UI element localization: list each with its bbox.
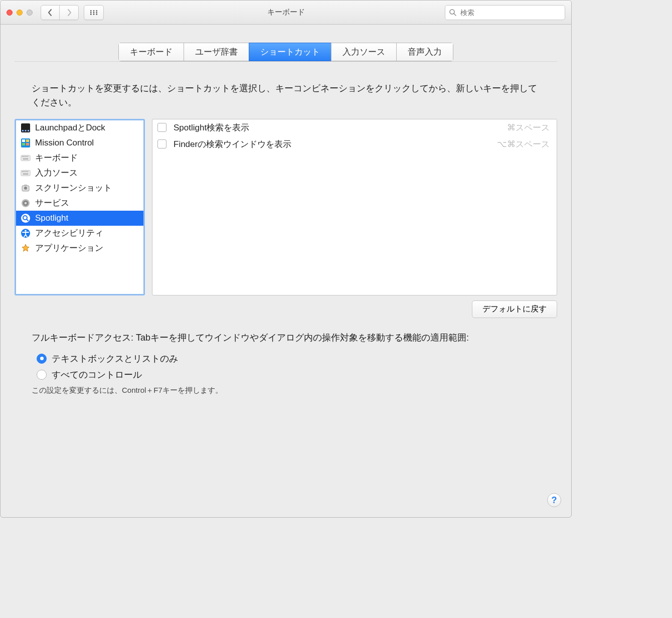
- svg-rect-36: [24, 185, 27, 186]
- svg-point-2: [96, 10, 97, 12]
- keyboard-icon: [20, 152, 31, 164]
- svg-point-40: [21, 214, 30, 223]
- shortcut-row[interactable]: Finderの検索ウインドウを表示⌥⌘スペース: [152, 136, 557, 152]
- full-keyboard-access-hint: この設定を変更するには、Control＋F7キーを押します。: [32, 386, 540, 395]
- help-button[interactable]: ?: [547, 493, 561, 507]
- radio-button-icon: [37, 354, 47, 364]
- show-all-button[interactable]: [84, 5, 104, 20]
- launchpad-icon: [20, 122, 31, 133]
- svg-rect-33: [23, 174, 29, 175]
- svg-rect-23: [25, 156, 26, 157]
- category-label: LaunchpadとDock: [35, 122, 105, 133]
- tab-0[interactable]: キーボード: [118, 43, 184, 61]
- shortcut-label: Finderの検索ウインドウを表示: [174, 138, 490, 150]
- svg-rect-19: [26, 143, 29, 145]
- category-label: スクリーンショット: [35, 182, 112, 194]
- category-item[interactable]: アプリケーション: [16, 241, 143, 256]
- category-label: キーボード: [35, 152, 78, 164]
- tab-4[interactable]: 音声入力: [396, 43, 453, 61]
- grid-icon: [90, 10, 98, 16]
- forward-button[interactable]: [60, 5, 79, 20]
- svg-rect-20: [21, 155, 30, 161]
- svg-rect-31: [26, 171, 27, 172]
- svg-rect-13: [25, 130, 27, 131]
- category-label: Spotlight: [35, 213, 68, 223]
- minimize-window-button[interactable]: [17, 10, 23, 16]
- svg-rect-27: [21, 170, 30, 176]
- full-keyboard-access-radios: テキストボックスとリストのみ すべてのコントロール: [37, 353, 540, 381]
- svg-rect-26: [23, 159, 29, 160]
- svg-rect-32: [28, 171, 29, 172]
- svg-point-6: [90, 14, 92, 15]
- columns: LaunchpadとDockMission Controlキーボード入力ソースス…: [15, 119, 557, 295]
- chevron-right-icon: [67, 9, 72, 17]
- svg-point-5: [96, 12, 97, 13]
- radio-label: テキストボックスとリストのみ: [52, 353, 178, 365]
- svg-point-35: [24, 187, 27, 190]
- category-label: サービス: [35, 197, 69, 209]
- shortcut-checkbox[interactable]: [157, 139, 166, 148]
- radio-all-controls[interactable]: すべてのコントロール: [37, 369, 540, 381]
- svg-rect-12: [22, 130, 24, 131]
- category-item[interactable]: キーボード: [16, 150, 143, 166]
- svg-point-3: [90, 12, 92, 13]
- svg-point-7: [93, 14, 95, 15]
- titlebar: キーボード: [1, 1, 571, 25]
- restore-defaults-button[interactable]: デフォルトに戻す: [472, 300, 557, 318]
- category-item[interactable]: LaunchpadとDock: [16, 120, 143, 135]
- category-item[interactable]: スクリーンショット: [16, 181, 143, 196]
- appstore-icon: [20, 243, 31, 254]
- category-item[interactable]: Mission Control: [16, 135, 143, 150]
- shortcut-pane: ショートカットを変更するには、ショートカットを選択し、キーコンビネーションをクリ…: [15, 61, 557, 395]
- svg-rect-18: [22, 143, 25, 145]
- tab-3[interactable]: 入力ソース: [331, 43, 396, 61]
- svg-rect-21: [22, 156, 23, 157]
- chevron-left-icon: [48, 9, 53, 17]
- maximize-window-button[interactable]: [27, 10, 33, 16]
- instruction-text: ショートカットを変更するには、ショートカットを選択し、キーコンビネーションをクリ…: [32, 82, 540, 110]
- tab-2[interactable]: ショートカット: [249, 43, 331, 61]
- shortcut-row[interactable]: Spotlight検索を表示⌘スペース: [152, 119, 557, 136]
- svg-rect-16: [22, 139, 25, 142]
- tab-1[interactable]: ユーザ辞書: [184, 43, 249, 61]
- shortcut-checkbox[interactable]: [157, 123, 166, 132]
- shortcut-key[interactable]: ⌥⌘スペース: [497, 138, 550, 150]
- svg-rect-24: [26, 156, 27, 157]
- radio-label: すべてのコントロール: [52, 369, 142, 381]
- category-label: Mission Control: [35, 138, 94, 148]
- category-item[interactable]: Spotlight: [16, 211, 143, 226]
- category-label: アクセシビリティ: [35, 227, 103, 239]
- svg-point-0: [90, 10, 92, 12]
- back-button[interactable]: [41, 5, 60, 20]
- window-controls: [7, 10, 36, 16]
- shortcut-key[interactable]: ⌘スペース: [507, 122, 550, 133]
- category-item[interactable]: サービス: [16, 196, 143, 211]
- svg-point-8: [96, 14, 97, 15]
- svg-point-1: [93, 10, 95, 12]
- svg-rect-28: [22, 171, 23, 172]
- screenshot-icon: [20, 183, 31, 194]
- shortcut-label: Spotlight検索を表示: [174, 122, 500, 133]
- radio-text-and-lists[interactable]: テキストボックスとリストのみ: [37, 353, 540, 365]
- mission-control-icon: [20, 137, 31, 148]
- category-label: アプリケーション: [35, 242, 103, 254]
- radio-button-icon: [37, 370, 47, 380]
- close-window-button[interactable]: [7, 10, 13, 16]
- search-icon: [449, 9, 457, 17]
- category-list[interactable]: LaunchpadとDockMission Controlキーボード入力ソースス…: [15, 119, 145, 295]
- svg-rect-30: [25, 171, 26, 172]
- full-keyboard-access-label: フルキーボードアクセス: Tabキーを押してウインドウやダイアログ内の操作対象を…: [32, 331, 540, 345]
- gear-icon: [20, 198, 31, 209]
- category-item[interactable]: 入力ソース: [16, 166, 143, 181]
- accessibility-icon: [20, 228, 31, 239]
- svg-line-10: [454, 14, 456, 16]
- svg-rect-29: [23, 171, 24, 172]
- keyboard-icon: [20, 168, 31, 179]
- search-input[interactable]: [445, 5, 565, 20]
- shortcut-list[interactable]: Spotlight検索を表示⌘スペースFinderの検索ウインドウを表示⌥⌘スペ…: [152, 119, 557, 295]
- category-item[interactable]: アクセシビリティ: [16, 226, 143, 241]
- spotlight-icon: [20, 213, 31, 224]
- nav-segment: [41, 5, 79, 20]
- tab-strip: キーボードユーザ辞書ショートカット入力ソース音声入力: [1, 43, 571, 61]
- svg-rect-17: [26, 139, 29, 142]
